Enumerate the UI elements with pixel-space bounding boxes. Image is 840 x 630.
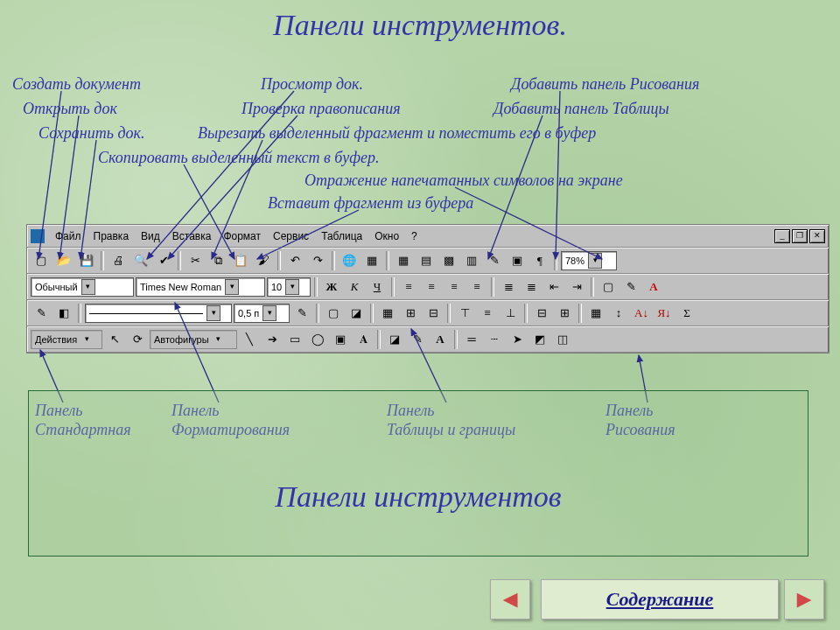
align-center[interactable]: ≡: [421, 276, 442, 298]
textbox-tool[interactable]: ▣: [330, 329, 351, 350]
spellcheck-button[interactable]: ✔: [153, 250, 174, 271]
label-preview: Просмотр док.: [261, 75, 363, 94]
text-direction[interactable]: ↕: [608, 303, 629, 324]
print-button[interactable]: 🖨: [108, 250, 129, 271]
wordart[interactable]: 𝐀: [353, 329, 374, 350]
autoshapes-menu[interactable]: Автофигуры▾: [150, 330, 237, 349]
separator: [316, 304, 319, 323]
outdent[interactable]: ⇤: [543, 276, 564, 298]
contents-link[interactable]: Содержание: [541, 579, 779, 620]
close-button[interactable]: ✕: [809, 229, 825, 243]
menu-view[interactable]: Вид: [136, 230, 165, 242]
menu-format[interactable]: Формат: [218, 230, 266, 242]
format-painter[interactable]: 🖌: [253, 250, 274, 271]
next-slide-button[interactable]: ►: [784, 579, 824, 620]
draw-table[interactable]: ✎: [31, 303, 52, 324]
new-doc-button[interactable]: ▢: [31, 250, 52, 271]
align-right[interactable]: ≡: [444, 276, 465, 298]
distribute-rows[interactable]: ⊟: [531, 303, 552, 324]
menu-edit[interactable]: Правка: [88, 230, 135, 242]
autosum[interactable]: Σ: [676, 303, 697, 324]
oval-tool[interactable]: ◯: [307, 329, 328, 350]
redo-button[interactable]: ↷: [307, 250, 328, 271]
columns-button[interactable]: ▥: [461, 250, 482, 271]
indent[interactable]: ⇥: [566, 276, 587, 298]
bulleted-list[interactable]: ≣: [521, 276, 542, 298]
show-marks-button[interactable]: ¶: [529, 250, 550, 271]
zoom-combo[interactable]: 78%▾: [561, 251, 617, 270]
font-color2[interactable]: A: [430, 329, 451, 350]
align-top[interactable]: ⊤: [454, 303, 475, 324]
hyperlink-button[interactable]: 🌐: [339, 250, 360, 271]
fill-color[interactable]: ◪: [346, 303, 367, 324]
sort-desc[interactable]: Я↓: [654, 303, 675, 324]
copy-button[interactable]: ⧉: [207, 250, 228, 271]
separator: [491, 277, 494, 297]
line-style-combo[interactable]: ▾: [85, 304, 232, 323]
doc-map-button[interactable]: ▣: [507, 250, 528, 271]
sort-asc[interactable]: A↓: [631, 303, 652, 324]
font-color[interactable]: A: [643, 276, 664, 298]
align-left[interactable]: ≡: [398, 276, 419, 298]
paste-button[interactable]: 📋: [230, 250, 251, 271]
distribute-cols[interactable]: ⊞: [554, 303, 575, 324]
line-color[interactable]: ✎: [407, 329, 428, 350]
zoom-value: 78%: [565, 256, 584, 266]
3d[interactable]: ◫: [552, 329, 573, 350]
menu-table[interactable]: Таблица: [316, 230, 368, 242]
undo-button[interactable]: ↶: [284, 250, 305, 271]
align-justify[interactable]: ≡: [466, 276, 487, 298]
preview-button[interactable]: 🔍: [130, 250, 151, 271]
menu-file[interactable]: Файл: [50, 230, 87, 242]
line-weight-combo[interactable]: 0,5 п▾: [234, 304, 290, 323]
dash-style[interactable]: ┄: [484, 329, 505, 350]
menu-insert[interactable]: Вставка: [167, 230, 217, 242]
autoformat[interactable]: ▦: [585, 303, 606, 324]
menu-tools[interactable]: Сервис: [268, 230, 314, 242]
save-button[interactable]: 💾: [76, 250, 97, 271]
rotate[interactable]: ⟳: [127, 329, 148, 350]
italic-button[interactable]: К: [344, 276, 365, 298]
rect-tool[interactable]: ▭: [284, 329, 305, 350]
numbered-list[interactable]: ≣: [498, 276, 519, 298]
style-value: Обычный: [35, 282, 78, 292]
arrow-tool[interactable]: ➔: [262, 329, 283, 350]
separator: [578, 304, 582, 323]
fill-color2[interactable]: ◪: [384, 329, 405, 350]
pen-color[interactable]: ✎: [291, 303, 312, 324]
minimize-button[interactable]: _: [774, 229, 790, 243]
prev-slide-button[interactable]: ◄: [490, 579, 530, 620]
restore-button[interactable]: ❐: [792, 229, 808, 243]
highlight[interactable]: ✎: [620, 276, 641, 298]
open-button[interactable]: 📂: [53, 250, 74, 271]
borders[interactable]: ▢: [598, 276, 619, 298]
arrow-style[interactable]: ➤: [507, 329, 528, 350]
align-bottom[interactable]: ⊥: [500, 303, 521, 324]
split-cells[interactable]: ⊟: [423, 303, 444, 324]
insert-table2[interactable]: ▦: [377, 303, 398, 324]
shadow[interactable]: ◩: [529, 329, 550, 350]
menu-help[interactable]: ?: [406, 230, 423, 242]
underline-button[interactable]: Ч: [367, 276, 388, 298]
chevron-down-icon: ▾: [285, 279, 299, 295]
merge-cells[interactable]: ⊞: [400, 303, 421, 324]
bold-button[interactable]: Ж: [321, 276, 342, 298]
style-combo[interactable]: Обычный▾: [31, 277, 134, 297]
size-combo[interactable]: 10▾: [267, 277, 311, 297]
border-menu[interactable]: ▢: [323, 303, 344, 324]
line-style[interactable]: ═: [461, 329, 482, 350]
tables-button[interactable]: ▦: [393, 250, 414, 271]
drawing-button[interactable]: ✎: [484, 250, 505, 271]
cut-button[interactable]: ✂: [185, 250, 206, 271]
separator: [454, 330, 458, 349]
web-toolbar-button[interactable]: ▦: [361, 250, 382, 271]
font-combo[interactable]: Times New Roman▾: [136, 277, 265, 297]
menu-window[interactable]: Окно: [369, 230, 404, 242]
line-tool[interactable]: ╲: [239, 329, 260, 350]
eraser[interactable]: ◧: [53, 303, 74, 324]
align-middle[interactable]: ≡: [477, 303, 498, 324]
excel-button[interactable]: ▩: [438, 250, 459, 271]
actions-menu[interactable]: Действия▾: [31, 330, 102, 349]
select-arrow[interactable]: ↖: [104, 329, 125, 350]
insert-table[interactable]: ▤: [416, 250, 437, 271]
